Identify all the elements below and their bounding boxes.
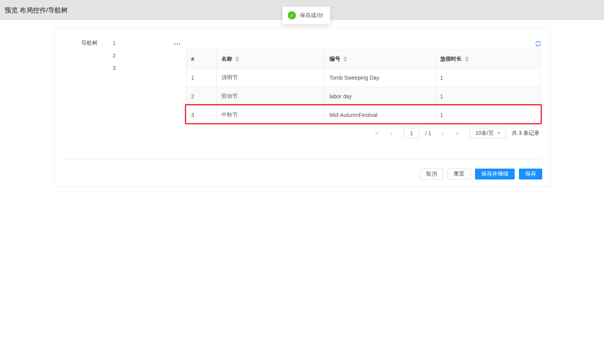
total-pages-label: / 1: [425, 130, 432, 136]
cell-code: labor day: [325, 87, 435, 106]
next-page-icon[interactable]: ›: [440, 128, 444, 139]
chevron-down-icon: [497, 132, 501, 134]
tree-item-2[interactable]: 2: [111, 49, 158, 62]
total-records-label: 共 3 条记录: [512, 130, 540, 137]
cell-name: 劳动节: [217, 87, 325, 106]
first-page-icon[interactable]: «: [374, 128, 379, 139]
save-button[interactable]: 保存: [519, 169, 542, 179]
table-row[interactable]: 2 劳动节 labor day 1: [186, 87, 541, 106]
tree-label: 导航树: [81, 40, 97, 47]
toast-message: 保存成功!: [300, 12, 323, 19]
cell-name: 清明节: [217, 68, 325, 87]
page-size-select[interactable]: 10条/页: [470, 128, 506, 139]
column-label: 放假时长: [440, 56, 462, 63]
column-header-name[interactable]: 名称: [217, 50, 325, 68]
navigation-tree: 1 2 3: [111, 37, 158, 74]
cell-name: 中秋节: [217, 106, 325, 124]
cell-index: 2: [186, 87, 217, 106]
tree-item-3[interactable]: 3: [111, 62, 158, 74]
prev-page-icon[interactable]: ‹: [390, 128, 393, 139]
sort-icon[interactable]: [343, 56, 347, 62]
cell-code: Tomb Sweeping Day: [325, 68, 435, 87]
tree-item-1[interactable]: 1: [111, 37, 158, 49]
reset-button[interactable]: 重置: [447, 169, 471, 179]
cell-duration: 1: [435, 87, 541, 106]
preview-panel: 导航树 1 2 3 # 名称: [54, 28, 551, 187]
check-circle-icon: ✓: [288, 11, 296, 19]
holidays-table: # 名称 编号 放假时长 1 清明节 T: [186, 49, 541, 124]
column-label: #: [191, 56, 194, 62]
cancel-button[interactable]: 取消: [420, 169, 443, 179]
footer-actions: 取消 重置 保存并继续 保存: [420, 169, 542, 179]
page-title: 预览 布局控件/导航树: [5, 6, 68, 15]
table-row-highlighted[interactable]: 3 中秋节 Mid-AutumnFestival 1: [186, 106, 541, 124]
cell-code: Mid-AutumnFestival: [325, 106, 435, 124]
sort-icon[interactable]: [465, 56, 469, 62]
page-size-value: 10条/页: [475, 130, 494, 137]
column-header-duration[interactable]: 放假时长: [435, 50, 541, 68]
success-toast: ✓ 保存成功!: [282, 7, 330, 24]
footer-divider: [63, 159, 543, 159]
table-row[interactable]: 1 清明节 Tomb Sweeping Day 1: [186, 68, 541, 87]
cell-index: 1: [186, 68, 217, 87]
table-header-row: # 名称 编号 放假时长: [186, 50, 541, 68]
cell-duration: 1: [435, 68, 541, 87]
more-ellipsis-icon[interactable]: [173, 42, 182, 46]
sort-icon[interactable]: [235, 56, 239, 62]
save-and-continue-button[interactable]: 保存并继续: [475, 169, 515, 179]
cell-duration: 1: [435, 106, 541, 124]
column-label: 编号: [329, 56, 340, 63]
refresh-icon[interactable]: [534, 39, 542, 48]
cell-index: 3: [186, 106, 217, 124]
pagination: « ‹ / 1 › » 10条/页 共 3 条记录: [374, 128, 540, 139]
last-page-icon[interactable]: »: [454, 128, 460, 139]
column-header-index: #: [186, 50, 217, 68]
page-number-input[interactable]: [404, 128, 420, 139]
column-header-code[interactable]: 编号: [325, 50, 435, 68]
column-label: 名称: [221, 56, 232, 63]
